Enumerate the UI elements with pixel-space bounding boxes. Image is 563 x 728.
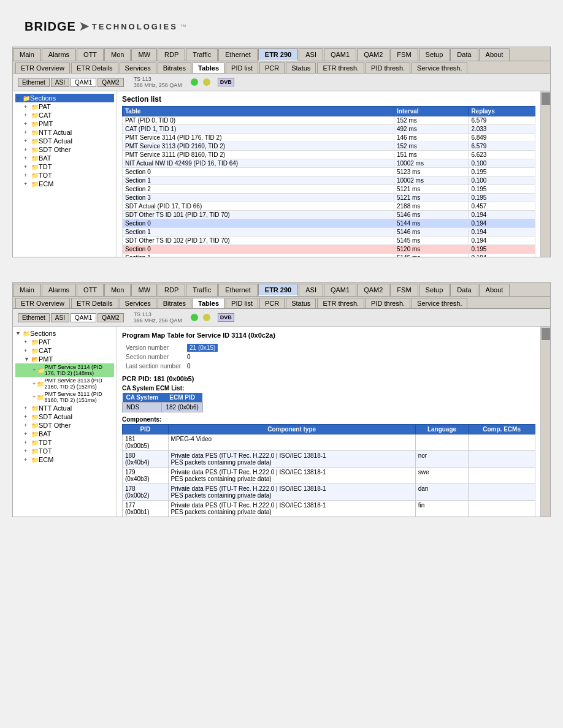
tab-etr290-2[interactable]: ETR 290: [258, 284, 298, 296]
tree-item-cat-2[interactable]: + 📁 CAT: [15, 346, 114, 355]
tree-root-1[interactable]: ▼ 📁 Sections: [15, 94, 114, 102]
table-row[interactable]: Section 0 5120 ms 0.195: [123, 245, 535, 254]
tree-item-ecm-1[interactable]: + 📁 ECM: [15, 180, 114, 188]
tree-item-tdt-1[interactable]: + 📁 TDT: [15, 162, 114, 171]
tree-item-bat-1[interactable]: + 📁 BAT: [15, 154, 114, 162]
tab-data-2[interactable]: Data: [450, 284, 478, 296]
tree-item-sdtother-2[interactable]: + 📁 SDT Other: [15, 421, 114, 430]
table-row[interactable]: SDT Other TS ID 102 (PID 17, TID 70) 514…: [123, 237, 535, 245]
table-row[interactable]: SDT Actual (PID 17, TID 66) 2188 ms 0.45…: [123, 202, 535, 211]
table-row[interactable]: Section 0 5123 ms 0.195: [123, 168, 535, 176]
scroll-thumb-2[interactable]: [542, 328, 550, 340]
tree-item-tdt-2[interactable]: + 📁 TDT: [15, 438, 114, 447]
tab-ott-2[interactable]: OTT: [77, 284, 104, 296]
tree-item-bat-2[interactable]: + 📁 BAT: [15, 430, 114, 438]
tab-fsm-1[interactable]: FSM: [390, 48, 418, 61]
tree-item-pmt-svc3111[interactable]: + 📁 PMT Service 3111 (PID 8160, TID 2) (…: [15, 390, 114, 404]
tab-setup-2[interactable]: Setup: [419, 284, 450, 296]
tree-item-sdtactual-2[interactable]: + 📁 SDT Actual: [15, 412, 114, 421]
subtab-pidlist-1[interactable]: PID list: [226, 63, 258, 73]
table-row[interactable]: PAT (PID 0, TID 0) 152 ms 6.579: [123, 116, 535, 125]
subtab-pidlist-2[interactable]: PID list: [226, 298, 258, 308]
tab-about-1[interactable]: About: [479, 48, 510, 61]
subtab-pcr-1[interactable]: PCR: [259, 63, 285, 73]
tab-traffic-2[interactable]: Traffic: [186, 284, 218, 296]
tab-alarms-2[interactable]: Alarms: [42, 284, 76, 296]
tree-item-tot-2[interactable]: + 📁 TOT: [15, 447, 114, 455]
subtab-etr-overview-2[interactable]: ETR Overview: [15, 298, 70, 308]
subtab-etr-details-2[interactable]: ETR Details: [71, 298, 118, 308]
tab-asi-1[interactable]: ASI: [299, 48, 323, 61]
scrollbar-2[interactable]: [540, 327, 550, 517]
tree-item-cat-1[interactable]: + 📁 CAT: [15, 111, 114, 119]
tree-item-pmt-2[interactable]: ▼ 📂 PMT: [15, 355, 114, 363]
tab-mon-2[interactable]: Mon: [104, 284, 131, 296]
tree-root-2[interactable]: ▼ 📁 Sections: [15, 329, 114, 338]
tab-qam2-1[interactable]: QAM2: [357, 48, 389, 61]
subtab-etr-overview-1[interactable]: ETR Overview: [15, 63, 70, 73]
tab-traffic-1[interactable]: Traffic: [186, 48, 218, 61]
table-row[interactable]: PMT Service 3113 (PID 2160, TID 2) 152 m…: [123, 142, 535, 151]
signal-qam2-1[interactable]: QAM2: [98, 78, 123, 87]
signal-qam1-1[interactable]: QAM1: [71, 78, 96, 87]
tab-mon-1[interactable]: Mon: [104, 48, 131, 61]
subtab-bitrates-1[interactable]: Bitrates: [158, 63, 191, 73]
subtab-pcr-2[interactable]: PCR: [259, 298, 285, 308]
tab-asi-2[interactable]: ASI: [299, 284, 323, 296]
subtab-services-2[interactable]: Services: [120, 298, 156, 308]
tree-item-pat-2[interactable]: + 📁 PAT: [15, 338, 114, 346]
tab-fsm-2[interactable]: FSM: [390, 284, 418, 296]
tab-main-2[interactable]: Main: [13, 284, 41, 296]
signal-qam2-2[interactable]: QAM2: [98, 313, 123, 322]
tree-item-pmt-1[interactable]: + 📁 PMT: [15, 119, 114, 128]
table-row[interactable]: Section 1 10002 ms 0.100: [123, 176, 535, 185]
tree-item-ntt-2[interactable]: + 📁 NTT Actual: [15, 404, 114, 412]
tab-qam1-2[interactable]: QAM1: [324, 284, 356, 296]
scrollbar-1[interactable]: [540, 91, 550, 257]
tree-item-tot-1[interactable]: + 📁 TOT: [15, 171, 114, 180]
table-row[interactable]: CAT (PID 1, TID 1) 492 ms 2.033: [123, 125, 535, 134]
signal-asi-1[interactable]: ASI: [51, 78, 69, 87]
tab-about-2[interactable]: About: [479, 284, 510, 296]
tab-ethernet-1[interactable]: Ethernet: [218, 48, 258, 61]
table-row[interactable]: PMT Service 3111 (PID 8160, TID 2) 151 m…: [123, 151, 535, 159]
subtab-status-2[interactable]: Status: [286, 298, 316, 308]
table-row[interactable]: Section 0 5144 ms 0.194: [123, 219, 535, 228]
table-row[interactable]: PMT Service 3114 (PID 176, TID 2) 146 ms…: [123, 134, 535, 142]
tab-setup-1[interactable]: Setup: [419, 48, 450, 61]
tree-item-pmt-svc3113[interactable]: + 📁 PMT Service 3113 (PID 2160, TID 2) (…: [15, 377, 114, 390]
tree-item-sdtactual-1[interactable]: + 📁 SDT Actual: [15, 137, 114, 145]
tab-main-1[interactable]: Main: [13, 48, 41, 61]
table-row[interactable]: Section 3 5121 ms 0.195: [123, 194, 535, 202]
subtab-bitrates-2[interactable]: Bitrates: [158, 298, 191, 308]
tab-etr290-1[interactable]: ETR 290: [258, 48, 298, 61]
table-row[interactable]: Section 1 5145 ms 0.194: [123, 254, 535, 257]
tab-mw-2[interactable]: MW: [131, 284, 157, 296]
tab-qam1-1[interactable]: QAM1: [324, 48, 356, 61]
tab-mw-1[interactable]: MW: [131, 48, 157, 61]
tree-item-sdtother-1[interactable]: + 📁 SDT Other: [15, 145, 114, 154]
tab-data-1[interactable]: Data: [450, 48, 478, 61]
tree-item-pat-1[interactable]: + 📁 PAT: [15, 102, 114, 111]
tab-ethernet-2[interactable]: Ethernet: [218, 284, 258, 296]
tab-alarms-1[interactable]: Alarms: [42, 48, 76, 61]
subtab-tables-2[interactable]: Tables: [193, 298, 224, 308]
subtab-pid-thresh-1[interactable]: PID thresh.: [366, 63, 410, 73]
table-row[interactable]: Section 2 5121 ms 0.195: [123, 185, 535, 194]
tab-qam2-2[interactable]: QAM2: [357, 284, 389, 296]
subtab-etr-thresh-2[interactable]: ETR thresh.: [317, 298, 364, 308]
subtab-etr-details-1[interactable]: ETR Details: [71, 63, 118, 73]
signal-qam1-2[interactable]: QAM1: [71, 313, 96, 322]
tree-item-pmt-svc3114[interactable]: + 📁 PMT Service 3114 (PID 176, TID 2) (1…: [15, 363, 114, 377]
subtab-etr-thresh-1[interactable]: ETR thresh.: [317, 63, 364, 73]
tree-item-ecm-2[interactable]: + 📁 ECM: [15, 455, 114, 464]
subtab-service-thresh-2[interactable]: Service thresh.: [412, 298, 467, 308]
signal-asi-2[interactable]: ASI: [51, 313, 69, 322]
table-row[interactable]: SDT Other TS ID 101 (PID 17, TID 70) 514…: [123, 211, 535, 219]
subtab-service-thresh-1[interactable]: Service thresh.: [412, 63, 467, 73]
signal-ethernet-1[interactable]: Ethernet: [18, 78, 50, 87]
table-row[interactable]: Section 1 5146 ms 0.194: [123, 228, 535, 237]
subtab-tables-1[interactable]: Tables: [193, 63, 224, 73]
signal-ethernet-2[interactable]: Ethernet: [18, 313, 50, 322]
tab-rdp-1[interactable]: RDP: [158, 48, 185, 61]
